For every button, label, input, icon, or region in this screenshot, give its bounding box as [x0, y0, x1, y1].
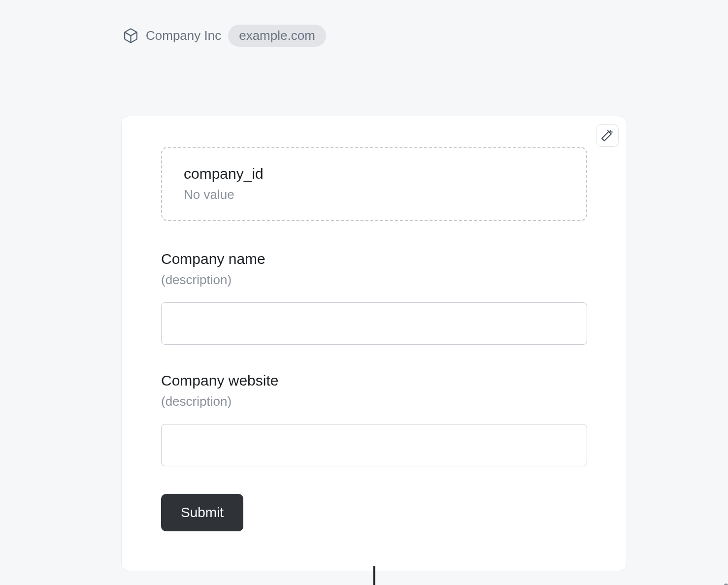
hidden-field-value: No value [184, 187, 564, 202]
domain-chip: example.com [228, 25, 326, 47]
field-label: Company website [161, 372, 587, 389]
company-name-input[interactable] [161, 302, 587, 345]
magic-wand-button[interactable] [596, 124, 619, 147]
field-description: (description) [161, 394, 587, 409]
connector-line [373, 566, 375, 585]
company-website-input[interactable] [161, 424, 587, 466]
field-company-name: Company name (description) [161, 251, 587, 345]
company-name-label: Company Inc [146, 28, 221, 43]
field-company-website: Company website (description) [161, 372, 587, 466]
form-card: company_id No value Company name (descri… [121, 116, 627, 571]
header-bar: Company Inc example.com [0, 0, 728, 47]
cube-icon [123, 28, 139, 44]
field-description: (description) [161, 272, 587, 288]
submit-button[interactable]: Submit [161, 494, 243, 531]
hidden-field-box: company_id No value [161, 147, 587, 221]
field-label: Company name [161, 251, 587, 267]
hidden-field-label: company_id [184, 165, 564, 182]
